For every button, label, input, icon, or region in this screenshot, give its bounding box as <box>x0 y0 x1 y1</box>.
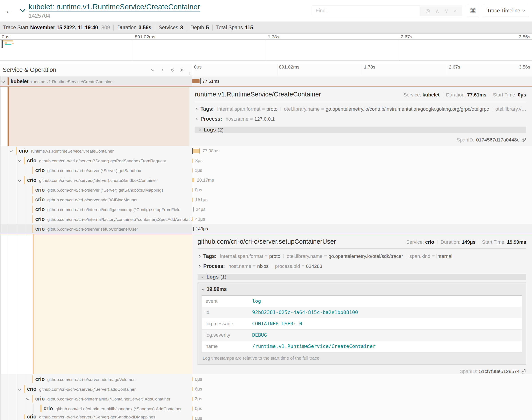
collapse-all-icon[interactable] <box>170 68 175 73</box>
span-duration-bar[interactable] <box>193 149 200 153</box>
span-row-specaddannotations[interactable]: crio github.com/cri-o/cri-o/internal/fac… <box>0 214 532 224</box>
clear-search-icon[interactable]: × <box>454 8 457 14</box>
span-row-createsandboxcontainer[interactable]: crio github.com/cri-o/cri-o/server.(*Ser… <box>0 175 532 185</box>
span-timeline-cell[interactable]: 77.61ms <box>192 76 532 87</box>
span-timeline-cell[interactable]: 151μs <box>192 195 532 204</box>
log-table-row: log.severity DEBUG <box>202 330 522 341</box>
span-name-cell[interactable]: kubelet runtime.v1.RuntimeService/Create… <box>0 76 192 87</box>
log-table-row: name /runtime.v1.RuntimeService/CreateCo… <box>202 341 522 352</box>
span-duration-bar[interactable] <box>193 227 194 231</box>
span-name-cell[interactable]: crio github.com/cri-o/cri-o/internal/fac… <box>0 214 192 224</box>
back-button[interactable]: ← <box>3 4 15 17</box>
span-name-cell[interactable]: crio github.com/cri-o/cri-o/internal/lib… <box>0 394 192 404</box>
span-row-getsandbox[interactable]: crio github.com/cri-o/cri-o/server.(*Ser… <box>0 165 532 175</box>
span-duration-bar[interactable] <box>192 397 193 401</box>
expand-one-icon[interactable] <box>160 68 165 73</box>
span-name-cell[interactable]: crio github.com/cri-o/cri-o/internal/lib… <box>0 404 192 413</box>
collapse-one-icon[interactable] <box>150 68 155 73</box>
span-duration-bar[interactable] <box>192 416 193 420</box>
collapse-children-button[interactable] <box>18 159 21 163</box>
trace-title-link[interactable]: kubelet: runtime.v1.RuntimeService/Creat… <box>29 3 200 12</box>
service-color-bar <box>24 385 25 393</box>
find-next-icon[interactable]: ∨ <box>445 8 449 14</box>
span-timeline-cell[interactable]: 24μs <box>192 204 532 214</box>
copy-link-icon[interactable] <box>521 137 526 142</box>
log-entry-accordion[interactable]: 19.99ms <box>202 286 522 292</box>
trace-view-selector[interactable]: Trace Timeline <box>483 5 529 17</box>
tags-accordion[interactable]: Tags: internal.span.format=proto otel.li… <box>198 253 526 259</box>
column-resizer-handle[interactable] <box>189 72 191 75</box>
span-timeline-cell[interactable]: 0μs <box>192 413 532 420</box>
span-name-cell[interactable]: crio github.com/cri-o/cri-o/server.(*Ser… <box>0 185 192 195</box>
span-timeline-cell[interactable]: 3μs <box>192 394 532 404</box>
span-row-getsandboxidmappings[interactable]: crio github.com/cri-o/cri-o/server.(*Ser… <box>0 185 532 195</box>
span-timeline-cell[interactable]: 20.17ms <box>192 175 532 185</box>
span-duration-bar[interactable] <box>192 217 193 221</box>
span-timeline-cell[interactable]: 8μs <box>192 156 532 165</box>
span-name-cell[interactable]: crio github.com/cri-o/cri-o/server.(*Ser… <box>0 175 192 185</box>
span-row-seccomp-setupfromfield[interactable]: crio github.com/cri-o/cri-o/internal/con… <box>0 204 532 214</box>
span-duration-bar[interactable] <box>192 79 200 83</box>
span-name-cell[interactable]: crio github.com/cri-o/cri-o/server.addIm… <box>0 374 192 384</box>
collapse-children-button[interactable] <box>27 397 29 401</box>
span-name-cell[interactable]: crio github.com/cri-o/cri-o/server.addOC… <box>0 195 192 204</box>
collapse-children-button[interactable] <box>18 178 21 182</box>
minimap-divider <box>133 40 133 60</box>
collapse-children-button[interactable] <box>10 149 13 153</box>
span-name-cell[interactable]: crio github.com/cri-o/cri-o/internal/con… <box>0 204 192 214</box>
find-input[interactable] <box>312 6 420 16</box>
span-name-cell[interactable]: crio github.com/cri-o/cri-o/server.(*Ser… <box>0 413 192 420</box>
span-row-lib-addcontainer[interactable]: crio github.com/cri-o/cri-o/internal/lib… <box>0 394 532 404</box>
span-timeline-cell[interactable]: 77.08ms <box>192 146 532 156</box>
command-icon: ⌘ <box>470 7 476 15</box>
total-spans-label: Total Spans <box>216 25 243 30</box>
span-row-addcontainer[interactable]: crio github.com/cri-o/cri-o/server.(*Ser… <box>0 384 532 394</box>
locate-span-icon[interactable]: ◎ <box>425 8 430 14</box>
span-duration-bar[interactable] <box>192 168 193 173</box>
copy-link-icon[interactable] <box>521 369 526 374</box>
span-name-cell[interactable]: crio github.com/cri-o/cri-o/server.(*Ser… <box>0 384 192 394</box>
span-row-addimagevolumes[interactable]: crio github.com/cri-o/cri-o/server.addIm… <box>0 374 532 384</box>
span-row-sandbox-addcontainer[interactable]: crio github.com/cri-o/cri-o/internal/lib… <box>0 404 532 413</box>
span-timeline-cell[interactable]: 43μs <box>192 214 532 224</box>
span-duration-bar[interactable] <box>193 207 194 211</box>
service-color-bar <box>32 225 33 233</box>
logs-accordion-collapsed[interactable]: Logs (2) <box>195 127 526 133</box>
span-timeline-cell[interactable]: 1μs <box>192 165 532 175</box>
span-timeline-cell[interactable]: 149μs <box>192 224 532 234</box>
timeline-minimap[interactable] <box>0 40 532 61</box>
span-duration-bar[interactable] <box>192 387 193 391</box>
find-prev-icon[interactable]: ∧ <box>436 8 439 14</box>
span-name-cell[interactable]: crio github.com/cri-o/cri-o/server.(*Ser… <box>0 156 192 165</box>
keyboard-shortcuts-button[interactable]: ⌘ <box>467 5 479 17</box>
collapse-trace-header-button[interactable] <box>21 8 25 13</box>
collapse-children-button[interactable] <box>18 387 21 391</box>
span-row-getpodsandboxfromrequest[interactable]: crio github.com/cri-o/cri-o/server.(*Ser… <box>0 156 532 165</box>
span-timeline-cell[interactable]: 0μs <box>192 185 532 195</box>
expand-all-icon[interactable] <box>180 68 185 73</box>
span-row-getsandboxidmappings-2[interactable]: crio github.com/cri-o/cri-o/server.(*Ser… <box>0 413 532 420</box>
span-name-cell[interactable]: crio github.com/cri-o/cri-o/server.setup… <box>0 224 192 234</box>
span-duration-bar[interactable] <box>192 178 194 182</box>
process-accordion[interactable]: Process: host.name=nixos process.pid=624… <box>198 263 526 269</box>
collapse-children-button[interactable] <box>2 79 4 83</box>
process-accordion[interactable]: Process: host.name=127.0.0.1 <box>195 116 526 122</box>
span-duration-bar[interactable] <box>192 197 193 202</box>
span-duration-bar[interactable] <box>192 188 193 192</box>
span-row-kubelet-createcontainer[interactable]: kubelet runtime.v1.RuntimeService/Create… <box>0 76 532 87</box>
tags-accordion[interactable]: Tags: internal.span.format=proto otel.li… <box>195 106 526 112</box>
span-timeline-cell[interactable]: 0μs <box>192 374 532 384</box>
span-duration-bar[interactable] <box>192 406 193 411</box>
start-time-value: 19.99ms <box>507 239 526 245</box>
span-row-crio-createcontainer[interactable]: crio runtime.v1.RuntimeService/CreateCon… <box>0 146 532 156</box>
logs-accordion-expanded[interactable]: Logs (1) <box>198 274 526 280</box>
span-timeline-cell[interactable]: 0μs <box>192 404 532 413</box>
span-detail-meta: Service:kubelet Duration:77.61ms Start T… <box>404 92 526 98</box>
span-timeline-cell[interactable]: 6μs <box>192 384 532 394</box>
span-name-cell[interactable]: crio github.com/cri-o/cri-o/server.(*Ser… <box>0 165 192 175</box>
span-duration-bar[interactable] <box>192 159 193 163</box>
span-row-setupcontaineruser[interactable]: crio github.com/cri-o/cri-o/server.setup… <box>0 224 532 234</box>
span-row-addocibindmounts[interactable]: crio github.com/cri-o/cri-o/server.addOC… <box>0 195 532 204</box>
span-duration-bar[interactable] <box>192 377 193 381</box>
span-name-cell[interactable]: crio runtime.v1.RuntimeService/CreateCon… <box>0 146 192 156</box>
